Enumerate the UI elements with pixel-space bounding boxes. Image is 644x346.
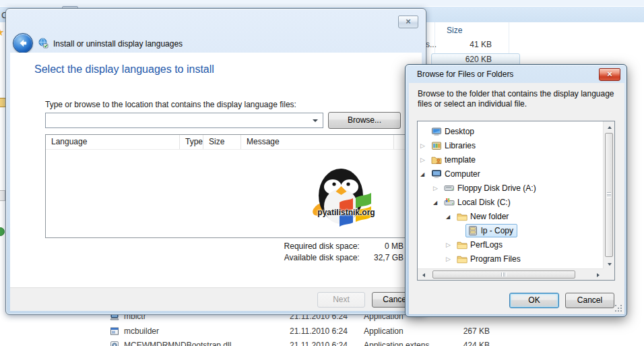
tree-item-label: template	[445, 155, 476, 165]
file-name-fragment: s...	[426, 40, 437, 49]
triangle-right-icon	[597, 273, 600, 277]
horizontal-scrollbar[interactable]	[418, 268, 604, 280]
watermark-logo: pyatilistnik.org	[304, 165, 388, 237]
dialog-description: Browse to the folder that contains the d…	[418, 89, 620, 109]
tree-item-label: Program Files	[470, 254, 521, 264]
disk-space-summary: Required disk space: 0 MB Available disk…	[284, 241, 404, 264]
chevron-down-icon[interactable]	[313, 119, 318, 122]
file-type: Application	[364, 326, 404, 336]
watermark-text: pyatilistnik.org	[304, 208, 388, 217]
file-size: 267 KB	[424, 326, 490, 336]
file-date: 21.11.2010 6:24	[290, 326, 348, 336]
libraries-icon	[431, 140, 442, 151]
file-date: 21.11.2010 6:24	[290, 341, 348, 346]
cancel-button[interactable]: Cancel	[565, 293, 614, 308]
horizontal-scroll-thumb[interactable]	[432, 270, 575, 279]
file-size: 424 KB	[424, 341, 490, 346]
scroll-left-button[interactable]	[418, 269, 429, 281]
folder-icon	[457, 254, 468, 264]
location-label: Type or browse to the location that cont…	[45, 100, 296, 109]
list-header: Language Type Size Message	[46, 135, 408, 150]
wizard-footer: Next Cancel	[10, 287, 422, 311]
column-header-message[interactable]: Message	[241, 135, 394, 149]
expander-expanded-icon[interactable]	[446, 213, 455, 220]
tree-item-label: lp - Copy	[481, 226, 513, 235]
dialog-title: Install or uninstall display languages	[53, 39, 183, 49]
file-size-value: 41 KB	[445, 40, 492, 49]
tree-item-label: Floppy Disk Drive (A:)	[457, 183, 536, 193]
selected-tree-item[interactable]: lp - Copy	[465, 224, 517, 237]
scroll-right-button[interactable]	[592, 269, 604, 281]
expander-collapsed-icon[interactable]	[446, 256, 455, 262]
expander-collapsed-icon[interactable]	[433, 185, 442, 192]
tree-item-floppy-a[interactable]: Floppy Disk Drive (A:)	[418, 181, 604, 195]
language-pack-file-icon	[468, 225, 478, 236]
file-name: MCEWMDRMNDBootstrap.dll	[124, 341, 231, 346]
ok-button[interactable]: OK	[509, 293, 559, 308]
file-size-value: 620 KB	[445, 55, 492, 64]
tree-item-local-disk-c[interactable]: Local Disk (C:)	[418, 195, 604, 209]
tree-item-desktop[interactable]: Desktop	[418, 124, 604, 138]
close-icon[interactable]: ×	[599, 68, 620, 81]
column-header-size[interactable]: Size	[203, 135, 241, 149]
column-header-type[interactable]: Type	[180, 135, 203, 149]
expander-expanded-icon[interactable]	[420, 171, 429, 177]
tree-item-label: Desktop	[445, 127, 474, 136]
tree-item-new-folder[interactable]: New folder	[418, 209, 604, 223]
size-column-header[interactable]: Size	[447, 26, 462, 35]
close-icon[interactable]: ×	[398, 16, 418, 28]
location-combobox[interactable]	[45, 113, 323, 128]
folder-icon	[457, 211, 468, 222]
page-title: Select the display languages to install	[34, 63, 214, 76]
vertical-scrollbar[interactable]	[603, 121, 614, 270]
user-folder-icon	[431, 154, 442, 165]
tree-item-template[interactable]: template	[418, 152, 604, 167]
tree-item-label: Libraries	[445, 141, 476, 150]
tree-item-lp-copy[interactable]: lp - Copy	[418, 223, 604, 237]
file-row[interactable]: MCEWMDRMNDBootstrap.dll 21.11.2010 6:24 …	[0, 340, 644, 346]
triangle-left-icon	[422, 273, 425, 277]
tree-item-label: New folder	[470, 212, 509, 221]
back-arrow-icon	[18, 38, 28, 49]
expander-expanded-icon[interactable]	[433, 199, 442, 206]
hard-disk-icon	[444, 197, 455, 208]
available-space-value: 32,7 GB	[362, 252, 404, 264]
application-window-icon	[110, 326, 119, 336]
tree-item-label: PerfLogs	[470, 240, 503, 250]
floppy-drive-icon	[444, 183, 455, 194]
column-header-language[interactable]: Language	[46, 135, 180, 149]
triangle-down-icon	[608, 263, 612, 266]
computer-icon	[431, 169, 442, 179]
file-row[interactable]: mcbuilder 21.11.2010 6:24 Application 26…	[0, 326, 644, 337]
tree-item-label: Computer	[445, 169, 480, 179]
desktop-icon	[431, 126, 442, 137]
resize-grip[interactable]	[614, 304, 622, 312]
expander-collapsed-icon[interactable]	[420, 142, 429, 149]
tree-item-perflogs[interactable]: PerfLogs	[418, 237, 604, 252]
expander-collapsed-icon[interactable]	[446, 241, 455, 248]
scrollbar-fragment	[0, 190, 5, 201]
scrollbar-corner	[603, 268, 614, 280]
file-name: mcbuilder	[124, 326, 159, 336]
required-space-label: Required disk space:	[284, 241, 360, 252]
dialog-title: Browse for Files or Folders	[417, 69, 513, 79]
tree-item-libraries[interactable]: Libraries	[418, 138, 604, 152]
dialog-content: Browse to the folder that contains the d…	[409, 83, 624, 314]
back-button[interactable]	[13, 33, 33, 53]
penguin-windows-logo	[304, 165, 388, 237]
dll-gear-icon	[110, 341, 119, 346]
browse-button[interactable]: Browse...	[328, 112, 401, 129]
scroll-up-button[interactable]	[604, 121, 615, 133]
available-space-label: Available disk space:	[284, 252, 360, 264]
vertical-scroll-thumb[interactable]	[605, 133, 613, 257]
tree-item-label: Local Disk (C:)	[457, 198, 511, 207]
required-space-value: 0 MB	[362, 241, 404, 252]
expander-collapsed-icon[interactable]	[420, 156, 429, 163]
tree-item-computer[interactable]: Computer	[418, 167, 604, 181]
display-language-icon	[38, 38, 49, 49]
folder-icon	[457, 239, 468, 250]
tree-item-program-files[interactable]: Program Files	[418, 252, 604, 266]
favorites-star-icon: ★	[0, 26, 4, 38]
next-button[interactable]: Next	[317, 292, 365, 308]
tree-rows: Desktop Libraries template Computer Flop	[418, 121, 604, 272]
